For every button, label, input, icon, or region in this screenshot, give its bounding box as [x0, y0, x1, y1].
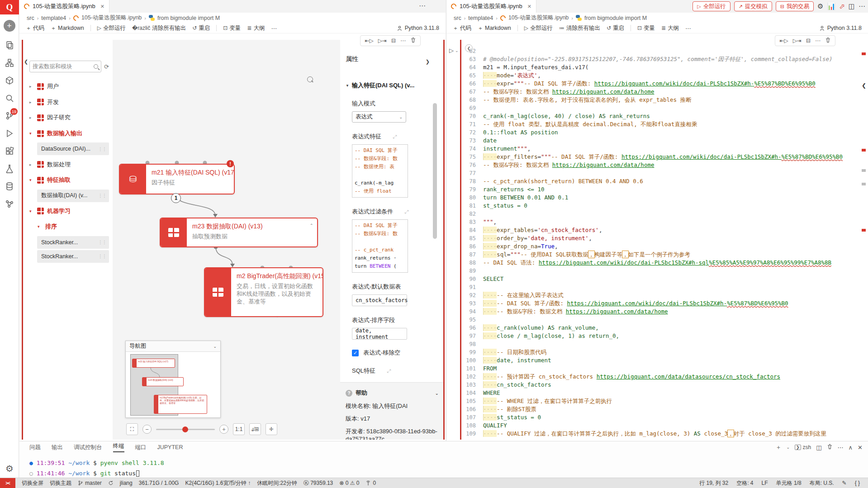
panel-tab-调试控制台[interactable]: 调试控制台 — [74, 444, 102, 451]
panel-tab-JUPYTER[interactable]: JUPYTER — [157, 444, 183, 450]
expr-features-editor[interactable]: -- DAI SQL 算子-- 数据&字段: 数-- 数据使用: 表 c_ran… — [352, 144, 408, 198]
module-item[interactable]: StockRanker...⋮⋮ — [37, 250, 109, 263]
collapse-tree-icon[interactable]: ❮ — [24, 59, 28, 65]
hierarchy-icon[interactable] — [0, 54, 19, 71]
new-terminal-icon[interactable]: ＋ — [776, 443, 782, 451]
close-icon[interactable]: ✕ — [527, 4, 531, 9]
tree-category[interactable]: ▸用户 — [29, 79, 109, 95]
status-item[interactable]: LF — [762, 480, 768, 486]
status-item[interactable]: master — [78, 480, 102, 486]
chevron-down-icon[interactable]: ⌄ — [213, 344, 217, 349]
status-item[interactable]: { } — [855, 480, 860, 486]
run-debug-icon[interactable] — [0, 124, 19, 142]
auto-layout-button[interactable]: ⫝̸⊞ — [249, 423, 261, 435]
maximize-panel-icon[interactable]: ∧ — [849, 444, 853, 451]
status-item[interactable]: 空格: 4 — [736, 479, 753, 487]
module-search-input[interactable]: 搜索数据和模块 — [29, 61, 101, 72]
node-m21[interactable]: ⛁ m21 输入特征(DAI SQL) (v17) 因子特征 ⌃ — [119, 164, 235, 194]
status-item[interactable]: 切换全屏 — [22, 479, 43, 487]
chart-icon[interactable]: 📊 — [827, 2, 836, 10]
split-editor-icon[interactable]: ◫ — [849, 2, 855, 10]
clear-outputs-button[interactable]: �različ清除所有输出 — [132, 24, 186, 32]
fit-view-button[interactable]: ⛶ — [126, 423, 138, 435]
tree-category[interactable]: ▾机器学习 — [29, 204, 109, 219]
order-by-input[interactable]: date, instrument — [352, 328, 407, 340]
zoom-in-button[interactable]: ＋ — [219, 425, 228, 434]
database-icon[interactable] — [0, 177, 19, 195]
more-icon[interactable]: ⋯ — [419, 2, 426, 10]
kernel-picker[interactable]: Python 3.11.8 — [397, 25, 439, 31]
tree-category[interactable]: ▸因子研究 — [29, 110, 109, 126]
collapse-props-icon[interactable]: ❯ — [426, 59, 430, 65]
breadcrumb-src[interactable]: src — [27, 15, 34, 21]
run-cell-button[interactable]: ▷⌄ — [449, 47, 459, 54]
module-item[interactable]: StockRanker...⋮⋮ — [37, 236, 109, 249]
panel-tab-问题[interactable]: 问题 — [29, 444, 41, 451]
status-item[interactable]: 休眠时间:22分钟 — [257, 479, 297, 487]
restart-button[interactable]: ↺重启 — [192, 24, 210, 32]
zoom-reset-button[interactable]: 1:1 — [233, 423, 245, 435]
status-item[interactable]: 行 19, 列 32 — [699, 479, 728, 487]
terminal[interactable]: ●11:39:51 ~/work $ pyenv shell 3.11.8○11… — [19, 453, 868, 479]
tab-notebook-left[interactable]: 105-动量选股策略.ipynb ✕ — [19, 0, 109, 13]
tree-category[interactable]: ▾数据输入输出 — [29, 126, 109, 142]
node-m23[interactable]: m23 数据抽取(DAI) (v13) 抽取预测数据 ⌃ — [160, 218, 318, 247]
collapse-right-icon[interactable]: ❮ — [862, 82, 866, 89]
chevron-down-icon[interactable]: ⌄ — [787, 445, 790, 450]
more-icon[interactable]: ⋯ — [838, 444, 844, 451]
more-icon[interactable]: ⋯ — [859, 2, 865, 10]
breadcrumb-symbol[interactable]: from bigmodule import M — [584, 15, 647, 21]
beaker-icon[interactable] — [0, 160, 19, 177]
remote-indicator[interactable]: >< — [0, 478, 15, 488]
split-terminal-icon[interactable]: ◫ — [816, 444, 821, 451]
status-item[interactable]: 361.71G / 1.00G — [139, 480, 179, 486]
refresh-icon[interactable]: ⟳ — [104, 63, 109, 70]
status-item[interactable]: jliang — [120, 480, 133, 486]
collapse-node-icon[interactable]: ⌃ — [227, 169, 230, 174]
tree-category[interactable]: ▾特征抽取 — [29, 172, 109, 188]
status-item[interactable]: ✎ — [842, 480, 847, 486]
props-scrollbar[interactable] — [433, 103, 437, 239]
panel-tab-输出[interactable]: 输出 — [52, 444, 63, 451]
panel-tab-端口[interactable]: 端口 — [135, 444, 147, 451]
add-code-button[interactable]: ＋代码 — [453, 24, 471, 32]
status-item[interactable]: 布局: U.S. — [810, 479, 834, 487]
tree-category[interactable]: ▸开发 — [29, 95, 109, 110]
default-table-input[interactable]: cn_stock_factors — [352, 294, 407, 306]
zoom-slider-handle[interactable] — [182, 426, 188, 432]
status-item[interactable]: 0 — [365, 480, 376, 486]
search-icon[interactable] — [0, 89, 19, 107]
split-cell-icon[interactable]: ⊟ — [391, 38, 396, 44]
toolbar-more-icon[interactable]: ⋯ — [685, 25, 691, 32]
split-cell-icon[interactable]: ⊟ — [806, 38, 811, 44]
zoom-out-button[interactable]: − — [142, 425, 152, 434]
breadcrumb-src[interactable]: src — [454, 15, 461, 21]
props-section-header[interactable]: ▼输入特征(DAI SQL) (v... — [346, 81, 443, 90]
breadcrumb-symbol[interactable]: from bigmodule import M — [157, 15, 220, 21]
status-item[interactable]: K2(4C/16G) 1.6宽币/分钟 ↑ — [185, 479, 251, 487]
tree-category[interactable]: ▾排序 — [29, 219, 109, 235]
breadcrumb-template4[interactable]: template4 — [468, 15, 493, 21]
new-strategy-button[interactable]: + — [4, 20, 15, 32]
status-item[interactable]: 切换主题 — [50, 479, 71, 487]
expr-filters-editor[interactable]: -- DAI SQL 算子-- 数据&字段: 数 -- c_pct_rankra… — [352, 219, 408, 273]
delete-cell-icon[interactable] — [410, 37, 416, 44]
status-item[interactable] — [108, 480, 114, 486]
execute-above-icon[interactable]: ⇤▷ — [365, 38, 373, 44]
execute-above-icon[interactable]: ⇤▷ — [779, 38, 788, 44]
run-all-button[interactable]: ▷全部运行 — [524, 24, 553, 32]
input-mode-select[interactable]: 表达式⌄ — [352, 111, 406, 123]
delete-cell-icon[interactable] — [825, 37, 831, 44]
chevron-down-icon[interactable]: ⌄ — [435, 391, 439, 396]
pan-mode-button[interactable]: ✛ — [266, 423, 277, 435]
gear-icon[interactable]: ⚙ — [817, 2, 823, 10]
variables-button[interactable]: ⊡变量 — [637, 24, 655, 32]
kill-terminal-icon[interactable] — [827, 444, 833, 451]
submit-simulation-button[interactable]: ↗提交模拟 — [734, 1, 772, 11]
outline-button[interactable]: ≣大纲 — [247, 24, 265, 32]
share-icon[interactable]: ⬀ — [839, 2, 845, 10]
tree-category[interactable]: ▸数据处理 — [29, 156, 109, 172]
pipeline-canvas[interactable]: ⛁ m21 输入特征(DAI SQL) (v17) 因子特征 ⌃ ! 1 — [113, 40, 340, 440]
kernel-picker[interactable]: Python 3.11.8 — [819, 25, 862, 31]
breadcrumb-template4[interactable]: template4 — [41, 15, 66, 21]
